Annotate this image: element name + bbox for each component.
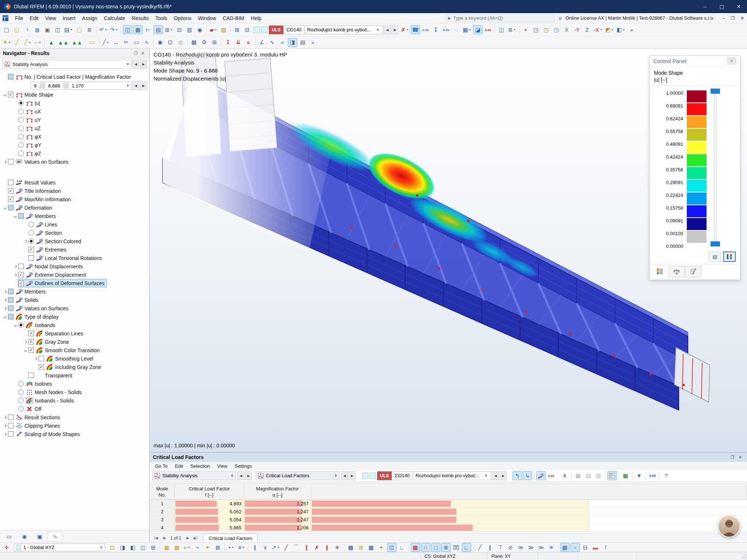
tree-item-title-information[interactable]: Title Information [0,187,149,195]
tree-item-extreme-displacement[interactable]: Extreme Displacement [0,271,149,279]
tree-expander[interactable] [12,215,18,217]
dimension-icon[interactable]: ↔ [111,38,121,47]
checkbox[interactable] [8,423,13,428]
tree-item-section-colored[interactable]: Section Colored [0,237,149,245]
mesh-generate-icon[interactable]: ▦ [189,38,199,47]
checkbox[interactable] [8,297,13,303]
square-snap-icon[interactable]: □ [431,543,441,552]
line-segment-icon[interactable]: ╱ [282,543,291,552]
checkbox[interactable] [28,373,34,378]
next-load-case-button[interactable]: ▶ [391,26,398,34]
mirror-object-icon[interactable]: ◫ [138,543,148,552]
tree-item-off[interactable]: Off [0,405,149,413]
parallel-tool-icon[interactable]: ∥ [302,543,311,552]
menu-item-help[interactable]: Help [248,14,265,23]
view-x-icon[interactable]: X [562,25,572,34]
menu-item-edit[interactable]: Edit [27,14,42,23]
menu-item-window[interactable]: Window [195,14,220,23]
checkbox[interactable] [8,74,13,79]
tab-factors[interactable] [669,266,685,277]
view-minus-y-icon[interactable]: -Y [572,25,582,34]
save-icon[interactable]: ◫ [53,25,62,34]
next-mode-button[interactable]: ▶ [140,81,147,90]
result-values-red-icon[interactable]: x.xx [483,25,493,34]
table-full-icon[interactable]: ▦ [573,471,583,480]
tree-expander[interactable] [2,291,8,293]
save-image-icon[interactable]: ▣ [43,25,52,34]
analysis-type-select[interactable]: Stability Analysis ▼ [2,60,132,69]
table-results-icon[interactable]: ⊞▼ [164,25,174,34]
clf-next-load-case-button[interactable]: ▶ [500,471,507,480]
display-tab-icon[interactable]: ◉ [17,532,32,542]
guides-vertical-icon[interactable]: ∥ [250,543,260,552]
mesh-refine-icon[interactable]: ⊞ [210,38,219,47]
apply-load-icon[interactable]: ↧ [431,25,441,34]
load-case-select[interactable]: Rozhodující komb pro vyboč...▼ [413,471,491,480]
clf-close-icon[interactable]: ✕ [736,455,744,460]
checkbox[interactable] [8,197,13,202]
ortho-corner-icon[interactable]: ∟ [397,543,407,552]
checkbox[interactable] [39,356,44,361]
new-surface-icon[interactable]: ▭ [88,38,97,47]
radio-button[interactable] [28,238,34,244]
previous-load-case-button[interactable]: ◀ [384,26,391,34]
checkbox[interactable] [18,264,24,269]
tree-item-nodal-displacements[interactable]: Nodal Displacements [0,262,149,271]
tree-item-isolines[interactable]: Isolines [0,380,149,388]
selection-box-toggle-icon[interactable]: ▫ [570,543,580,552]
tree-expander[interactable] [2,161,8,163]
guide-line-icon[interactable]: ╱▼ [101,38,111,47]
arc-tool-icon[interactable]: ⌒ [292,543,301,552]
red-marker-icon[interactable]: ▬ [591,543,600,552]
radio-button[interactable] [28,222,34,227]
model-globe-icon[interactable]: ◍ [32,25,42,34]
node-snap-icon[interactable]: •▼ [227,543,236,552]
divide-tool-icon[interactable]: ∦ [322,543,332,552]
undo-icon[interactable]: ↶▼ [98,25,108,34]
object-snap-icon[interactable]: ▦ [411,543,420,552]
tree-item-gray-zone[interactable]: Gray Zone [0,338,149,346]
more-tools-icon[interactable]: » [627,25,636,34]
arrow-snap-2-icon[interactable]: ≫ [526,543,536,552]
solid-view-1-icon[interactable]: ◳ [531,25,541,34]
new-line-type-icon[interactable]: ╱▼ [23,38,32,47]
parallel-snap-icon[interactable]: ∥ [485,543,495,552]
new-polyline-icon[interactable]: ⌐▼ [33,38,43,47]
column-header-critical-load-factor[interactable]: Critical Load Factorf [--] [175,484,244,499]
column-header-magnification-factor[interactable]: Magnification Factorα [--] [244,484,311,499]
tree-item-uy[interactable]: uY [0,116,149,124]
numbering-icon[interactable]: #▼ [237,543,246,552]
layers-icon[interactable]: ⊟ [581,543,590,552]
table-row[interactable]: 14.8931.257 [150,500,747,508]
user-view-icon[interactable]: ◇ [176,38,185,47]
checkbox[interactable] [8,314,13,319]
new-line-support-icon[interactable]: ▲▲ [57,38,70,47]
save-view-icon[interactable]: ◫ [497,25,506,34]
profile-avatar[interactable] [718,515,740,537]
checkbox[interactable] [8,289,13,294]
clf-panel-header[interactable]: Critical Load Factors ❐ ✕ [150,452,747,462]
jump-next-icon[interactable]: ↳ [523,471,532,480]
tree-item-separation-lines[interactable]: Separation Lines [0,329,149,338]
table-sc-icon[interactable]: ⊟ [175,25,184,34]
move-copy-icon[interactable]: ◨ [118,543,127,552]
result-table-icon[interactable]: ▦▼ [462,25,472,34]
tree-item-outlines-of-deformed-surfaces[interactable]: Outlines of Deformed Surfaces [0,279,149,287]
load-case-toggle-1[interactable] [253,27,260,33]
result-diagram-toggle-icon[interactable]: ◪ [473,25,483,34]
visibility-icon[interactable]: ◉ [155,38,165,47]
result-angle-icon[interactable]: ∠ [257,38,267,47]
menu-item-settings[interactable]: Settings [231,463,255,470]
new-table-entry-icon[interactable]: ▢ [74,25,84,34]
more-2-icon[interactable]: » [308,38,318,47]
checkbox[interactable] [28,247,34,252]
coordinate-system-select[interactable]: 1 - Global XYZ ▼ [14,544,105,551]
tree-expander[interactable] [2,94,8,96]
delete-results-icon[interactable]: ✗▼ [400,25,410,34]
menu-item-results[interactable]: Results [128,14,152,23]
tree-item-type-of-display[interactable]: Type of display [0,312,149,321]
table-diagrams-toggle-icon[interactable] [607,471,617,480]
pin-tool-icon[interactable]: ⊺ [601,543,611,552]
menu-item-cad-bim[interactable]: CAD-BIM [220,14,248,23]
view-isometric-icon[interactable]: ◩▼ [604,25,615,34]
